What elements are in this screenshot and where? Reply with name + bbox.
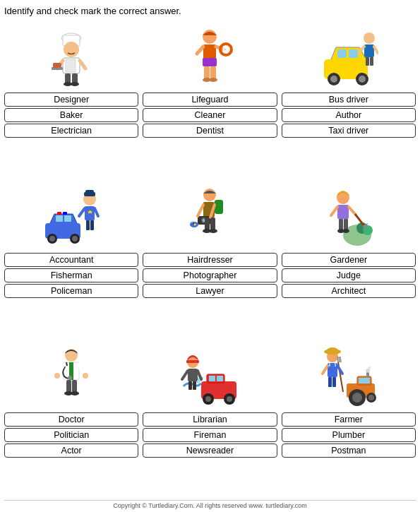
options-fireman: Librarian Fireman Newsreader	[143, 412, 277, 458]
image-doctor	[4, 340, 138, 411]
svg-line-135	[323, 366, 328, 374]
cell-gardener: Gardener Judge Architect	[282, 181, 416, 338]
footer: Copyright © Turtlediary.Com. All rights …	[4, 500, 416, 509]
options-photographer: Hairdresser Photographer Lawyer	[143, 253, 277, 298]
svg-rect-25	[337, 49, 347, 58]
option-baker[interactable]: Baker	[4, 108, 138, 122]
option-cleaner[interactable]: Cleaner	[143, 108, 277, 122]
svg-point-41	[49, 236, 55, 242]
option-electrician[interactable]: Electrician	[4, 124, 138, 138]
image-lifeguard	[143, 20, 277, 91]
option-bus-driver[interactable]: Bus driver	[282, 93, 416, 107]
option-designer[interactable]: Designer	[4, 93, 138, 107]
svg-point-91	[83, 373, 88, 379]
option-accountant[interactable]: Accountant	[4, 253, 138, 267]
option-farmer[interactable]: Farmer	[282, 412, 416, 427]
options-lifeguard: Lifeguard Cleaner Dentist	[143, 93, 277, 138]
option-lifeguard[interactable]: Lifeguard	[143, 93, 277, 107]
image-gardener	[282, 181, 416, 251]
option-author[interactable]: Author	[282, 108, 416, 122]
svg-rect-35	[366, 57, 369, 66]
options-farmer: Farmer Plumber Postman	[282, 412, 416, 458]
image-photographer	[143, 181, 277, 251]
page: Identify and check mark the correct answ…	[0, 0, 420, 512]
svg-rect-109	[188, 369, 198, 381]
svg-point-31	[364, 32, 375, 44]
option-newsreader[interactable]: Newsreader	[143, 443, 277, 458]
option-plumber[interactable]: Plumber	[282, 428, 416, 442]
options-gardener: Gardener Judge Architect	[282, 253, 416, 298]
svg-rect-54	[90, 220, 94, 230]
svg-line-131	[337, 357, 338, 362]
option-doctor[interactable]: Doctor	[4, 412, 138, 427]
svg-rect-108	[186, 360, 199, 363]
option-taxi-driver[interactable]: Taxi driver	[282, 124, 416, 138]
cell-chef: Designer Baker Electrician	[4, 20, 138, 178]
svg-rect-98	[209, 376, 215, 381]
option-lawyer[interactable]: Lawyer	[143, 284, 277, 298]
option-actor[interactable]: Actor	[4, 443, 138, 458]
svg-line-76	[349, 207, 355, 214]
svg-rect-10	[72, 73, 78, 83]
options-police: Accountant Fisherman Policeman	[4, 253, 138, 298]
svg-rect-49	[85, 206, 95, 220]
svg-rect-113	[193, 381, 196, 390]
option-librarian[interactable]: Librarian	[143, 412, 277, 427]
cell-taxi: Bus driver Author Taxi driver	[282, 20, 416, 178]
svg-line-6	[80, 61, 85, 69]
svg-line-132	[339, 357, 340, 362]
svg-line-61	[198, 205, 203, 216]
svg-rect-44	[57, 212, 61, 215]
svg-rect-15	[203, 58, 217, 66]
svg-point-95	[71, 391, 79, 395]
options-chef: Designer Baker Electrician	[4, 93, 138, 138]
svg-point-85	[68, 376, 72, 380]
option-gardener[interactable]: Gardener	[282, 253, 416, 267]
instruction: Identify and check mark the correct answ…	[4, 6, 416, 16]
svg-rect-57	[215, 200, 223, 214]
svg-point-23	[209, 78, 217, 82]
svg-point-28	[330, 76, 337, 83]
image-chef	[4, 20, 138, 91]
option-dentist[interactable]: Dentist	[143, 124, 277, 138]
svg-point-81	[342, 229, 349, 233]
svg-rect-8	[53, 63, 61, 68]
svg-rect-32	[364, 44, 374, 57]
svg-point-120	[368, 395, 374, 400]
image-fireman	[143, 340, 277, 411]
image-taxi	[282, 20, 416, 91]
svg-line-75	[331, 207, 337, 215]
svg-line-87	[66, 362, 67, 366]
svg-rect-9	[65, 73, 71, 83]
svg-rect-79	[344, 219, 348, 230]
svg-rect-78	[339, 219, 343, 230]
cell-police: Accountant Fisherman Policeman	[4, 181, 138, 338]
image-police	[4, 181, 138, 251]
option-politician[interactable]: Politician	[4, 428, 138, 442]
svg-line-52	[95, 208, 98, 216]
svg-point-103	[227, 396, 232, 402]
option-judge[interactable]: Judge	[282, 268, 416, 282]
svg-rect-136	[328, 377, 332, 387]
svg-point-126	[327, 347, 338, 353]
option-postman[interactable]: Postman	[282, 443, 416, 458]
option-policeman[interactable]: Policeman	[4, 284, 138, 298]
svg-point-55	[203, 189, 216, 201]
svg-rect-38	[56, 215, 63, 222]
option-fisherman[interactable]: Fisherman	[4, 268, 138, 282]
option-fireman[interactable]: Fireman	[143, 428, 277, 442]
svg-rect-14	[203, 44, 216, 59]
svg-line-133	[340, 357, 341, 362]
svg-rect-64	[210, 218, 215, 230]
svg-point-12	[71, 82, 79, 86]
svg-point-2	[64, 42, 79, 57]
option-photographer[interactable]: Photographer	[143, 268, 277, 282]
option-hairdresser[interactable]: Hairdresser	[143, 253, 277, 267]
svg-rect-45	[63, 212, 67, 215]
svg-rect-74	[337, 205, 349, 219]
option-architect[interactable]: Architect	[282, 284, 416, 298]
svg-point-123	[368, 367, 371, 369]
svg-rect-36	[370, 57, 373, 66]
svg-point-66	[209, 229, 217, 233]
image-farmer	[282, 340, 416, 411]
